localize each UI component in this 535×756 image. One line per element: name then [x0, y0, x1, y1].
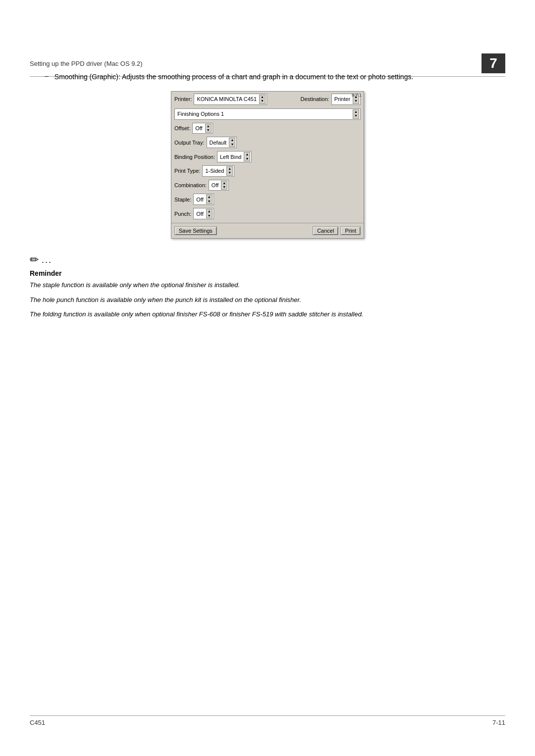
print-type-label: Print Type: [174, 168, 200, 174]
output-tray-label: Output Tray: [174, 140, 205, 146]
finishing-options-select[interactable]: Finishing Options 1 ▲ ▼ [174, 108, 361, 120]
bullet-item: – Smoothing (Graphic): Adjusts the smoot… [30, 72, 505, 82]
dest-stepper-down-icon[interactable]: ▼ [353, 99, 359, 103]
print-type-stepper[interactable]: ▲ ▼ [226, 166, 233, 176]
staple-value: Off [195, 197, 205, 202]
printer-left: Printer: KONICA MINOLTA C451 ▲ ▼ [174, 94, 267, 105]
comb-stepper-up-icon[interactable]: ▲ [221, 181, 227, 185]
printer-label: Printer: [174, 96, 192, 102]
punch-value: Off [195, 211, 205, 217]
staple-label: Staple: [174, 197, 191, 202]
offset-stepper-down-icon[interactable]: ▼ [206, 128, 211, 132]
ot-stepper-down-icon[interactable]: ▼ [229, 143, 235, 147]
finishing-options-row: Finishing Options 1 ▲ ▼ [171, 107, 364, 121]
print-type-select[interactable]: 1-Sided ▲ ▼ [202, 165, 234, 177]
offset-stepper[interactable]: ▲ ▼ [205, 124, 212, 133]
dialog-wrapper: 8.7.1 Printer: KONICA MINOLTA C451 ▲ ▼ [30, 91, 505, 239]
footer-left: C451 [30, 719, 45, 726]
dialog-buttons-row: Save Settings Cancel Print [171, 223, 364, 238]
binding-position-select[interactable]: Left Bind ▲ ▼ [217, 151, 252, 162]
combination-stepper[interactable]: ▲ ▼ [221, 181, 227, 190]
staple-select[interactable]: Off ▲ ▼ [193, 194, 214, 205]
save-settings-button[interactable]: Save Settings [174, 226, 217, 235]
output-tray-row: Output Tray: Default ▲ ▼ [171, 135, 364, 150]
printer-select[interactable]: KONICA MINOLTA C451 ▲ ▼ [194, 94, 267, 105]
stepper-down-icon[interactable]: ▼ [260, 99, 265, 103]
output-tray-value: Default [208, 140, 228, 146]
bp-stepper-down-icon[interactable]: ▼ [244, 157, 250, 161]
page-footer: C451 7-11 [30, 715, 505, 726]
binding-position-row: Binding Position: Left Bind ▲ ▼ [171, 150, 364, 164]
punch-stepper[interactable]: ▲ ▼ [206, 209, 213, 218]
combination-row: Combination: Off ▲ ▼ [171, 178, 364, 193]
print-dialog: 8.7.1 Printer: KONICA MINOLTA C451 ▲ ▼ [171, 91, 364, 239]
printer-row: Printer: KONICA MINOLTA C451 ▲ ▼ Destina… [171, 92, 364, 107]
stepper-up-icon[interactable]: ▲ [260, 95, 265, 99]
comb-stepper-down-icon[interactable]: ▼ [221, 185, 227, 189]
pencil-icon: ✏ [30, 253, 39, 266]
output-tray-stepper[interactable]: ▲ ▼ [229, 138, 235, 147]
fo-stepper-down-icon[interactable]: ▼ [353, 114, 359, 118]
offset-row: Offset: Off ▲ ▼ [171, 121, 364, 136]
combination-value: Off [210, 182, 220, 188]
reminder-text-2: The hole punch function is available onl… [30, 295, 505, 305]
footer-right: 7-11 [492, 719, 505, 726]
dialog-btn-group: Cancel Print [313, 226, 361, 235]
print-button[interactable]: Print [340, 226, 361, 235]
punch-select[interactable]: Off ▲ ▼ [193, 208, 214, 219]
reminder-title: Reminder [30, 269, 505, 277]
page-container: Setting up the PPD driver (Mac OS 9.2) 7… [0, 0, 535, 756]
reminder-icon-row: ✏ ... [30, 253, 505, 266]
destination-label: Destination: [301, 96, 329, 102]
dialog-version: 8.7.1 [352, 93, 362, 98]
punch-stepper-up-icon[interactable]: ▲ [207, 209, 212, 213]
printer-value: KONICA MINOLTA C451 [195, 96, 258, 102]
reminder-text-3: The folding function is available only w… [30, 309, 505, 319]
offset-value: Off [194, 125, 204, 131]
finishing-options-value: Finishing Options 1 [176, 111, 352, 117]
destination-value: Printer [333, 96, 352, 102]
reminder-section: ✏ ... Reminder The staple function is av… [30, 253, 505, 319]
staple-row: Staple: Off ▲ ▼ [171, 192, 364, 206]
fo-stepper-up-icon[interactable]: ▲ [353, 110, 359, 114]
main-content: – Smoothing (Graphic): Adjusts the smoot… [30, 72, 505, 324]
bullet-dash: – [45, 72, 49, 80]
bp-stepper-up-icon[interactable]: ▲ [244, 152, 250, 156]
reminder-dots: ... [42, 255, 52, 265]
punch-stepper-down-icon[interactable]: ▼ [207, 214, 212, 218]
staple-stepper[interactable]: ▲ ▼ [206, 195, 213, 204]
offset-label: Offset: [174, 125, 190, 131]
reminder-text-1: The staple function is available only wh… [30, 280, 505, 290]
cancel-button[interactable]: Cancel [313, 226, 338, 235]
binding-position-value: Left Bind [218, 154, 243, 160]
punch-label: Punch: [174, 211, 191, 217]
output-tray-select[interactable]: Default ▲ ▼ [207, 137, 237, 148]
combination-label: Combination: [174, 182, 207, 188]
print-type-row: Print Type: 1-Sided ▲ ▼ [171, 164, 364, 178]
offset-stepper-up-icon[interactable]: ▲ [206, 124, 211, 128]
binding-position-label: Binding Position: [174, 154, 215, 160]
bullet-text: Smoothing (Graphic): Adjusts the smoothi… [54, 72, 414, 82]
combination-select[interactable]: Off ▲ ▼ [209, 180, 229, 191]
binding-stepper[interactable]: ▲ ▼ [244, 152, 250, 161]
header-title: Setting up the PPD driver (Mac OS 9.2) [30, 60, 143, 67]
ot-stepper-up-icon[interactable]: ▲ [229, 138, 235, 142]
finishing-options-stepper[interactable]: ▲ ▼ [353, 109, 359, 119]
chapter-badge: 7 [482, 53, 505, 73]
staple-stepper-up-icon[interactable]: ▲ [207, 195, 212, 199]
punch-row: Punch: Off ▲ ▼ [171, 206, 364, 221]
pt-stepper-up-icon[interactable]: ▲ [227, 167, 232, 171]
pt-stepper-down-icon[interactable]: ▼ [227, 171, 232, 175]
offset-select[interactable]: Off ▲ ▼ [192, 123, 213, 134]
print-type-value: 1-Sided [204, 168, 225, 174]
printer-stepper[interactable]: ▲ ▼ [259, 95, 266, 104]
staple-stepper-down-icon[interactable]: ▼ [207, 200, 212, 203]
